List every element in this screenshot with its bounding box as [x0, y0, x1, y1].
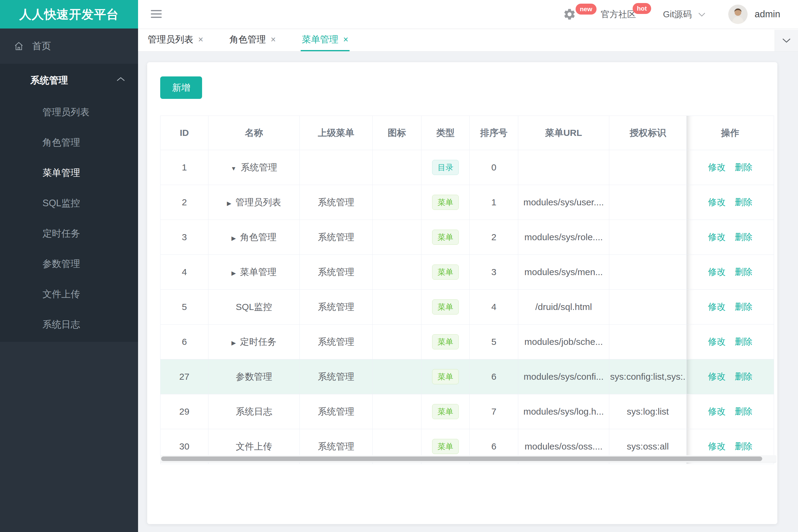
- table-row[interactable]: 29系统日志系统管理菜单7modules/sys/log.h...sys:log…: [161, 394, 774, 429]
- collapse-arrow-icon[interactable]: ▼: [231, 165, 237, 172]
- git-source-link[interactable]: Git源码: [663, 0, 692, 28]
- delete-link[interactable]: 删除: [735, 302, 753, 311]
- table-row[interactable]: 3▶角色管理系统管理菜单2modules/sys/role....修改删除: [161, 220, 774, 255]
- edit-link[interactable]: 修改: [708, 197, 726, 207]
- edit-link[interactable]: 修改: [708, 406, 726, 416]
- close-icon[interactable]: ×: [271, 35, 276, 44]
- table-row[interactable]: 5SQL监控系统管理菜单4/druid/sql.html修改删除: [161, 290, 774, 325]
- delete-link[interactable]: 删除: [735, 197, 753, 207]
- sidebar-home-label: 首页: [32, 40, 51, 53]
- tab-label: 角色管理: [229, 33, 266, 46]
- tab-role[interactable]: 角色管理 ×: [228, 29, 277, 51]
- community-link[interactable]: 官方社区: [601, 0, 636, 28]
- delete-link[interactable]: 删除: [735, 337, 753, 346]
- cell-sort: 6: [470, 359, 518, 394]
- username[interactable]: admin: [755, 0, 780, 28]
- type-badge-menu: 菜单: [432, 334, 459, 349]
- cell-type: 菜单: [422, 255, 470, 290]
- sidebar: 人人快速开发平台 首页 系统管理 管理员列表 角色管理 菜单管理 SQL监控 定…: [0, 0, 138, 532]
- chevron-up-icon: [116, 76, 125, 82]
- avatar[interactable]: [728, 4, 748, 24]
- sidebar-item-home[interactable]: 首页: [0, 28, 138, 64]
- sidebar-item-oss[interactable]: 文件上传: [0, 279, 138, 309]
- sidebar-item-role[interactable]: 角色管理: [0, 127, 138, 158]
- sidebar-submenu: 系统管理 管理员列表 角色管理 菜单管理 SQL监控 定时任务 参数管理 文件上…: [0, 64, 138, 342]
- cell-ops: 修改删除: [687, 220, 774, 255]
- scrollbar-thumb[interactable]: [161, 456, 762, 461]
- cell-parent-menu: 系统管理: [300, 255, 373, 290]
- type-badge-menu: 菜单: [432, 195, 459, 210]
- edit-link[interactable]: 修改: [708, 441, 726, 451]
- menu-toggle-icon[interactable]: [151, 10, 162, 20]
- edit-link[interactable]: 修改: [708, 232, 726, 242]
- tab-overflow-button[interactable]: [775, 30, 798, 51]
- cell-icon: [373, 185, 422, 220]
- cell-auth: sys:config:list,sys:.: [609, 359, 687, 394]
- sidebar-item-config[interactable]: 参数管理: [0, 249, 138, 279]
- cell-type: 目录: [422, 150, 470, 185]
- add-button[interactable]: 新增: [160, 76, 202, 99]
- cell-type: 菜单: [422, 359, 470, 394]
- cell-ops: 修改删除: [687, 290, 774, 325]
- close-icon[interactable]: ×: [343, 35, 348, 44]
- delete-link[interactable]: 删除: [735, 162, 753, 172]
- cell-id: 5: [161, 290, 208, 325]
- cell-sort: 3: [470, 255, 518, 290]
- col-name: 名称: [208, 116, 300, 150]
- table-row[interactable]: 4▶菜单管理系统管理菜单3modules/sys/men...修改删除: [161, 255, 774, 290]
- cell-auth: [609, 185, 687, 220]
- expand-arrow-icon[interactable]: ▶: [231, 270, 236, 276]
- sidebar-item-log[interactable]: 系统日志: [0, 309, 138, 340]
- table-row[interactable]: 27参数管理系统管理菜单6modules/sys/confi...sys:con…: [161, 359, 774, 394]
- table-row[interactable]: 2▶管理员列表系统管理菜单1modules/sys/user....修改删除: [161, 185, 774, 220]
- sidebar-group-system[interactable]: 系统管理: [0, 64, 138, 97]
- col-parent: 上级菜单: [300, 116, 373, 150]
- cell-id: 3: [161, 220, 208, 255]
- menu-name: 文件上传: [236, 441, 272, 451]
- delete-link[interactable]: 删除: [735, 267, 753, 277]
- type-badge-menu: 菜单: [432, 369, 459, 384]
- cell-auth: [609, 325, 687, 359]
- tab-menu[interactable]: 菜单管理 ×: [301, 29, 350, 51]
- close-icon[interactable]: ×: [198, 35, 203, 44]
- cell-sort: 4: [470, 290, 518, 325]
- expand-arrow-icon[interactable]: ▶: [231, 340, 236, 346]
- menu-name: 管理员列表: [236, 197, 281, 207]
- menu-name: 系统日志: [236, 406, 272, 416]
- cell-url: modules/sys/confi...: [518, 359, 609, 394]
- cell-url: [518, 150, 609, 185]
- col-icon: 图标: [373, 116, 422, 150]
- edit-link[interactable]: 修改: [708, 337, 726, 346]
- cell-parent-menu: 系统管理: [300, 394, 373, 429]
- edit-link[interactable]: 修改: [708, 162, 726, 172]
- edit-link[interactable]: 修改: [708, 267, 726, 277]
- app-logo: 人人快速开发平台: [0, 0, 138, 28]
- delete-link[interactable]: 删除: [735, 406, 753, 416]
- expand-arrow-icon[interactable]: ▶: [231, 235, 236, 242]
- col-sort: 排序号: [470, 116, 518, 150]
- gear-icon[interactable]: [563, 7, 576, 21]
- horizontal-scrollbar[interactable]: [160, 455, 777, 462]
- cell-sort: 2: [470, 220, 518, 255]
- delete-link[interactable]: 删除: [735, 232, 753, 242]
- expand-arrow-icon[interactable]: ▶: [227, 200, 231, 207]
- topbar: new 官方社区 hot Git源码 admin: [138, 0, 798, 28]
- table-row[interactable]: 1▼系统管理目录0修改删除: [161, 150, 774, 185]
- type-badge-menu: 菜单: [432, 230, 459, 245]
- cell-name: ▼系统管理: [208, 150, 300, 185]
- edit-link[interactable]: 修改: [708, 302, 726, 311]
- tab-admin-list[interactable]: 管理员列表 ×: [147, 29, 204, 51]
- cell-name: ▶定时任务: [208, 325, 300, 359]
- sidebar-item-menu[interactable]: 菜单管理: [0, 158, 138, 188]
- cell-icon: [373, 255, 422, 290]
- sidebar-item-sql[interactable]: SQL监控: [0, 188, 138, 218]
- table-row[interactable]: 6▶定时任务系统管理菜单5modules/job/sche...修改删除: [161, 325, 774, 359]
- edit-link[interactable]: 修改: [708, 372, 726, 381]
- sidebar-item-admin-list[interactable]: 管理员列表: [0, 97, 138, 127]
- delete-link[interactable]: 删除: [735, 441, 753, 451]
- sidebar-item-job[interactable]: 定时任务: [0, 218, 138, 249]
- delete-link[interactable]: 删除: [735, 372, 753, 381]
- community-hot-badge: hot: [633, 3, 651, 14]
- chevron-down-icon: [698, 12, 706, 17]
- type-badge-menu: 菜单: [432, 439, 459, 454]
